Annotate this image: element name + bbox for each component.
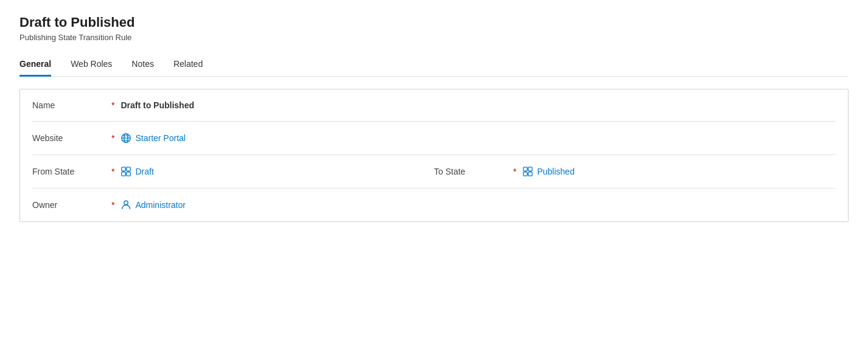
- svg-rect-15: [523, 172, 527, 176]
- tab-general[interactable]: General: [19, 54, 51, 77]
- page-title: Draft to Published: [19, 15, 849, 30]
- svg-rect-6: [127, 167, 130, 171]
- svg-rect-14: [528, 167, 532, 171]
- svg-rect-8: [127, 172, 130, 176]
- tab-notes[interactable]: Notes: [131, 54, 154, 77]
- from-state-text: Draft: [135, 167, 153, 176]
- person-icon: [121, 199, 131, 210]
- name-row: Name * Draft to Published: [32, 89, 836, 122]
- name-required: *: [111, 100, 114, 110]
- owner-label: Owner: [32, 200, 105, 210]
- owner-text: Administrator: [135, 200, 185, 210]
- to-state-text: Published: [537, 167, 575, 176]
- puzzle-icon-to: [522, 166, 533, 177]
- owner-required: *: [111, 200, 114, 210]
- name-label: Name: [32, 100, 105, 110]
- form-section: Name * Draft to Published Website * Star…: [19, 89, 849, 222]
- puzzle-icon-from: [121, 166, 131, 177]
- name-value: Draft to Published: [121, 100, 194, 110]
- owner-value[interactable]: Administrator: [121, 199, 185, 210]
- svg-point-21: [124, 201, 128, 204]
- to-state-required: *: [513, 167, 516, 176]
- owner-field-group: Owner * Administrator: [32, 199, 836, 210]
- website-text: Starter Portal: [135, 133, 185, 143]
- from-state-required: *: [111, 167, 114, 176]
- website-required: *: [111, 133, 114, 143]
- from-state-label: From State: [32, 167, 105, 176]
- svg-rect-13: [523, 167, 527, 171]
- tab-related[interactable]: Related: [173, 54, 203, 77]
- svg-rect-7: [122, 172, 125, 176]
- page-subtitle: Publishing State Transition Rule: [19, 33, 849, 42]
- to-state-value[interactable]: Published: [522, 166, 575, 177]
- website-value[interactable]: Starter Portal: [121, 133, 185, 144]
- from-state-field-group: From State * Draft: [32, 166, 434, 177]
- website-label: Website: [32, 133, 105, 143]
- from-state-value[interactable]: Draft: [121, 166, 153, 177]
- tab-web-roles[interactable]: Web Roles: [71, 54, 112, 77]
- state-row: From State * Draft To State *: [32, 155, 836, 189]
- svg-rect-5: [122, 167, 125, 171]
- name-field-group: Name * Draft to Published: [32, 100, 836, 110]
- globe-icon: [121, 133, 131, 144]
- website-row: Website * Starter Portal: [32, 122, 836, 155]
- website-field-group: Website * Starter Portal: [32, 133, 836, 144]
- tab-bar: General Web Roles Notes Related: [19, 54, 849, 77]
- svg-rect-16: [528, 172, 532, 176]
- to-state-label: To State: [434, 167, 507, 176]
- to-state-field-group: To State * Published: [434, 166, 836, 177]
- owner-row: Owner * Administrator: [32, 189, 836, 221]
